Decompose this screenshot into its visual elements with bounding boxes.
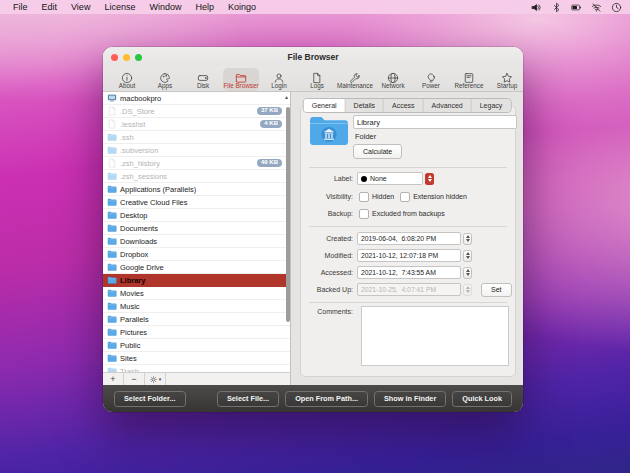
tab-details[interactable]: Details	[346, 99, 384, 112]
toolbar-item-label: File Browser	[224, 82, 259, 89]
menu-bar: FileEditViewLicenseWindowHelpKoingo	[0, 0, 630, 14]
clock-icon[interactable]	[611, 2, 622, 13]
list-item-public[interactable]: Public	[103, 339, 290, 352]
tab-general[interactable]: General	[304, 99, 346, 112]
list-item--zsh-sessions[interactable]: .zsh_sessions	[103, 170, 290, 183]
tab-advanced[interactable]: Advanced	[424, 99, 472, 112]
wifi-off-icon[interactable]	[591, 2, 602, 13]
item-name-field[interactable]	[353, 115, 517, 129]
folder-blue-icon	[107, 197, 117, 207]
list-item-label: macbookpro	[120, 94, 161, 103]
list-item-sites[interactable]: Sites	[103, 352, 290, 365]
menu-item-window[interactable]: Window	[142, 0, 188, 14]
list-item-label: .zsh_history	[120, 159, 160, 168]
toolbar-item-file-browser[interactable]: File Browser	[223, 68, 259, 91]
date-field[interactable]: 2021-10-12, 12:07:18 PM	[357, 249, 461, 262]
menu-item-view[interactable]: View	[64, 0, 97, 14]
list-item-label: Downloads	[120, 237, 157, 246]
comments-textarea[interactable]	[361, 306, 509, 366]
label-stepper[interactable]	[425, 173, 434, 185]
date-stepper[interactable]	[463, 267, 472, 279]
sidebar-scrollbar[interactable]	[286, 107, 290, 322]
date-field: 2021-10-25, 4:07:41 PM	[357, 283, 461, 296]
menu-item-koingo[interactable]: Koingo	[221, 0, 263, 14]
show-in-finderbutton[interactable]: Show in Finder	[374, 391, 446, 407]
list-item-library[interactable]: Library	[103, 274, 290, 287]
toolbar-item-network[interactable]: Network	[375, 68, 411, 91]
list-item--subversion[interactable]: .subversion	[103, 144, 290, 157]
select-folder-button[interactable]: Select Folder...	[114, 391, 186, 407]
list-item--ssh[interactable]: .ssh	[103, 131, 290, 144]
list-item-label: Pictures	[120, 328, 147, 337]
toolbar-item-about[interactable]: About	[109, 68, 145, 91]
quick-lookbutton[interactable]: Quick Look	[452, 391, 512, 407]
menu-item-help[interactable]: Help	[188, 0, 221, 14]
person-icon	[273, 70, 285, 82]
menu-item-file[interactable]: File	[6, 0, 35, 14]
list-item-creative-cloud-files[interactable]: Creative Cloud Files	[103, 196, 290, 209]
select-file-button[interactable]: Select File...	[217, 391, 279, 407]
list-item-documents[interactable]: Documents	[103, 222, 290, 235]
action-menu-button[interactable]: ▾	[145, 373, 166, 385]
date-field[interactable]: 2021-10-12, 7:43:55 AM	[357, 266, 461, 279]
list-item-dropbox[interactable]: Dropbox	[103, 248, 290, 261]
toolbar-item-apps[interactable]: Apps	[147, 68, 183, 91]
title-bar[interactable]: File Browser	[103, 47, 523, 67]
list-item--zsh-history[interactable]: .zsh_history49 KB	[103, 157, 290, 170]
toolbar-item-maintenance[interactable]: Maintenance	[337, 68, 373, 91]
comments-label: Comments:	[301, 308, 353, 315]
label-color-select[interactable]: None	[357, 172, 423, 185]
remove-button[interactable]: −	[124, 373, 145, 385]
toolbar-item-disk[interactable]: Disk	[185, 68, 221, 91]
stepper-down-icon	[466, 290, 470, 293]
list-item-movies[interactable]: Movies	[103, 287, 290, 300]
list-item-label: Documents	[120, 224, 158, 233]
date-stepper	[463, 284, 472, 296]
folder-blue-icon	[107, 184, 117, 194]
list-item-label: Public	[120, 341, 140, 350]
open-from-path-button[interactable]: Open From Path...	[285, 391, 368, 407]
checkbox-excluded-from-backups[interactable]	[359, 209, 369, 219]
toolbar-item-power[interactable]: Power	[413, 68, 449, 91]
list-item-desktop[interactable]: Desktop	[103, 209, 290, 222]
tab-access[interactable]: Access	[384, 99, 424, 112]
info-icon	[121, 70, 133, 82]
battery-icon[interactable]	[571, 2, 582, 13]
checkbox-hidden[interactable]	[359, 192, 369, 202]
list-item-pictures[interactable]: Pictures	[103, 326, 290, 339]
menu-item-license[interactable]: License	[97, 0, 142, 14]
date-stepper[interactable]	[463, 233, 472, 245]
toolbar-item-login[interactable]: Login	[261, 68, 297, 91]
date-stepper[interactable]	[463, 250, 472, 262]
list-item-macbookpro[interactable]: macbookpro▴	[103, 92, 290, 105]
list-item-trash[interactable]: Trash	[103, 365, 290, 372]
folder-blue-icon	[107, 301, 117, 311]
date-field[interactable]: 2019-06-04, 6:08:20 PM	[357, 232, 461, 245]
set-button[interactable]: Set	[481, 283, 512, 297]
toolbar-item-startup[interactable]: Startup	[489, 68, 523, 91]
list-item-music[interactable]: Music	[103, 300, 290, 313]
calculate-button[interactable]: Calculate	[353, 144, 402, 159]
checkbox-extension-hidden[interactable]	[400, 192, 410, 202]
general-card: Folder Calculate Label: None Visibility:…	[300, 105, 516, 377]
list-item--ds-store[interactable]: .DS_Store37 KB	[103, 105, 290, 118]
list-item-label: Applications (Parallels)	[120, 185, 196, 194]
list-item-parallels[interactable]: Parallels	[103, 313, 290, 326]
gear-icon	[149, 375, 158, 384]
tab-legacy[interactable]: Legacy	[472, 99, 511, 112]
list-item-label: Music	[120, 302, 140, 311]
date-row-label: Backed Up:	[301, 286, 353, 293]
size-badge: 49 KB	[257, 159, 282, 167]
add-button[interactable]: +	[103, 373, 124, 385]
list-item-downloads[interactable]: Downloads	[103, 235, 290, 248]
volume-icon[interactable]	[531, 2, 542, 13]
list-item-applications-parallels-[interactable]: Applications (Parallels)	[103, 183, 290, 196]
chevron-down-icon: ▾	[159, 376, 162, 382]
list-item--lesshst[interactable]: .lesshst4 KB	[103, 118, 290, 131]
bluetooth-icon[interactable]	[551, 2, 562, 13]
list-item-google-drive[interactable]: Google Drive	[103, 261, 290, 274]
toolbar-item-reference[interactable]: Reference	[451, 68, 487, 91]
menu-item-edit[interactable]: Edit	[35, 0, 65, 14]
label-color-swatch	[361, 176, 367, 182]
toolbar-item-logs[interactable]: Logs	[299, 68, 335, 91]
